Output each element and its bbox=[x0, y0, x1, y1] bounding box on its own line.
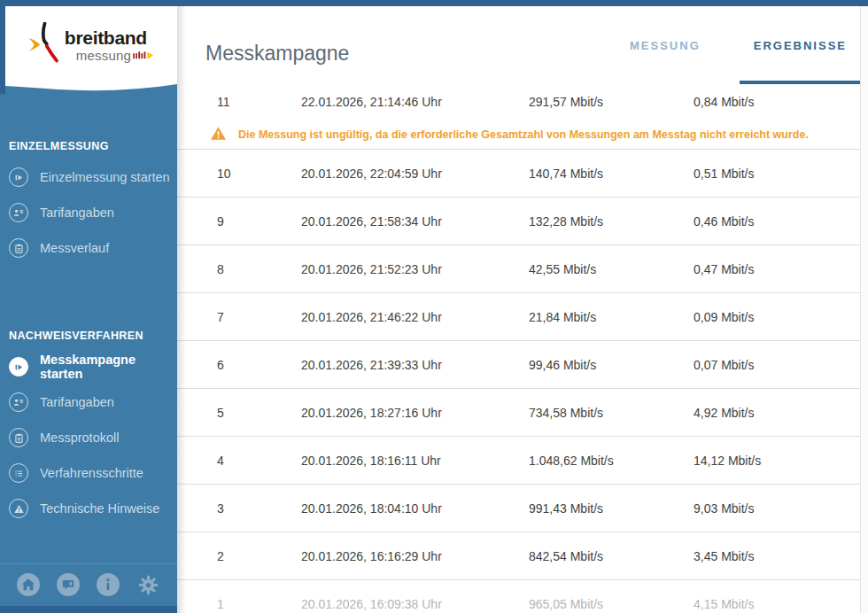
row-datetime: 20.01.2026, 18:16:11 Uhr bbox=[301, 454, 529, 468]
row-upload: 4,92 Mbit/s bbox=[694, 406, 861, 420]
table-row[interactable]: 4 20.01.2026, 18:16:11 Uhr 1.048,62 Mbit… bbox=[177, 436, 861, 484]
table-row[interactable]: 5 20.01.2026, 18:27:16 Uhr 734,58 Mbit/s… bbox=[177, 388, 861, 436]
logo-signal-bars-icon bbox=[133, 49, 158, 63]
warning-triangle-icon bbox=[9, 499, 28, 518]
row-upload: 0,07 Mbit/s bbox=[694, 358, 861, 372]
tab-bar: MESSUNGERGEBNISSE bbox=[616, 6, 861, 84]
sidebar-nav: EINZELMESSUNG Einzelmessung starten Tari… bbox=[0, 94, 177, 526]
table-row[interactable]: 8 20.01.2026, 21:52:23 Uhr 42,55 Mbit/s … bbox=[177, 244, 861, 292]
row-datetime: 20.01.2026, 21:58:34 Uhr bbox=[301, 214, 529, 229]
page-title: Messkampagne bbox=[205, 42, 349, 66]
warning-triangle-icon bbox=[210, 126, 227, 144]
logo-mark-icon bbox=[25, 22, 62, 68]
row-upload: 0,46 Mbit/s bbox=[694, 214, 861, 229]
table-row[interactable]: 7 20.01.2026, 21:46:22 Uhr 21,84 Mbit/s … bbox=[177, 292, 861, 340]
row-download: 21,84 Mbit/s bbox=[529, 310, 694, 324]
row-upload: 14,12 Mbit/s bbox=[694, 454, 861, 468]
row-download: 965,05 Mbit/s bbox=[529, 597, 694, 611]
sidebar-item-technische-hinweise[interactable]: Technische Hinweise bbox=[0, 491, 177, 526]
logo-word-breitband: breitband bbox=[65, 28, 158, 47]
row-download: 991,43 Mbit/s bbox=[529, 501, 694, 516]
row-number: 1 bbox=[217, 597, 301, 611]
sidebar: breitband messung bbox=[0, 0, 177, 613]
warning-text: Die Messung ist ungültig, da die erforde… bbox=[238, 128, 809, 141]
clipboard-icon bbox=[9, 238, 28, 258]
row-download: 99,46 Mbit/s bbox=[529, 358, 694, 372]
sidebar-item-messverlauf[interactable]: Messverlauf bbox=[0, 230, 177, 266]
table-row[interactable]: 2 20.01.2026, 16:16:29 Uhr 842,54 Mbit/s… bbox=[177, 532, 861, 579]
row-datetime: 22.01.2026, 21:14:46 Uhr bbox=[301, 95, 529, 109]
row-number: 9 bbox=[217, 214, 301, 229]
sidebar-item-messprotokoll[interactable]: Messprotokoll bbox=[0, 420, 177, 455]
sidebar-item-verfahrensschritte[interactable]: Verfahrensschritte bbox=[0, 455, 177, 491]
row-upload: 0,51 Mbit/s bbox=[694, 167, 861, 181]
row-datetime: 20.01.2026, 16:16:29 Uhr bbox=[301, 549, 529, 563]
feedback-icon[interactable] bbox=[57, 573, 80, 596]
sidebar-item-tarifangaben[interactable]: Tarifangaben bbox=[0, 384, 177, 420]
row-number: 4 bbox=[217, 454, 301, 468]
scrollbar-track[interactable] bbox=[860, 6, 868, 613]
row-datetime: 20.01.2026, 21:52:23 Uhr bbox=[301, 262, 529, 276]
row-download: 734,58 Mbit/s bbox=[529, 406, 694, 420]
table-row[interactable]: 6 20.01.2026, 21:39:33 Uhr 99,46 Mbit/s … bbox=[177, 340, 861, 388]
row-download: 140,74 Mbit/s bbox=[529, 167, 694, 181]
row-download: 1.048,62 Mbit/s bbox=[529, 454, 694, 468]
table-row[interactable]: 1 20.01.2026, 16:09:38 Uhr 965,05 Mbit/s… bbox=[177, 579, 861, 613]
frame-edge bbox=[0, 0, 5, 94]
row-upload: 3,45 Mbit/s bbox=[694, 549, 861, 563]
app-logo: breitband messung bbox=[5, 6, 177, 79]
page-header: Messkampagne MESSUNGERGEBNISSE bbox=[177, 6, 861, 84]
sidebar-item-label: Messkampagne starten bbox=[40, 353, 177, 381]
row-datetime: 20.01.2026, 18:04:10 Uhr bbox=[301, 501, 529, 516]
info-icon[interactable] bbox=[97, 573, 120, 596]
sidebar-item-label: Einzelmessung starten bbox=[40, 170, 170, 184]
invalid-measurement-warning: Die Messung ist ungültig, da die erforde… bbox=[177, 120, 861, 149]
clipboard-icon bbox=[9, 428, 28, 447]
sidebar-item-label: Tarifangaben bbox=[40, 395, 114, 409]
sidebar-item-tarifangaben[interactable]: Tarifangaben bbox=[0, 195, 177, 230]
row-number: 11 bbox=[217, 95, 301, 109]
play-circle-icon bbox=[9, 357, 28, 376]
row-download: 42,55 Mbit/s bbox=[529, 262, 694, 276]
table-row[interactable]: 3 20.01.2026, 18:04:10 Uhr 991,43 Mbit/s… bbox=[177, 484, 861, 532]
sidebar-item-label: Tarifangaben bbox=[40, 206, 114, 220]
sidebar-section-title: EINZELMESSUNG bbox=[0, 140, 177, 159]
tariff-icon bbox=[9, 392, 28, 412]
tab-ergebnisse[interactable]: ERGEBNISSE bbox=[740, 6, 861, 84]
row-upload: 0,84 Mbit/s bbox=[694, 95, 861, 109]
row-datetime: 20.01.2026, 21:46:22 Uhr bbox=[301, 310, 529, 324]
row-number: 2 bbox=[217, 549, 301, 563]
row-upload: 9,03 Mbit/s bbox=[694, 501, 861, 516]
row-upload: 0,47 Mbit/s bbox=[694, 262, 861, 276]
sidebar-item-label: Technische Hinweise bbox=[40, 501, 159, 516]
sidebar-item-einzelmessung-starten[interactable]: Einzelmessung starten bbox=[0, 159, 177, 195]
home-icon[interactable] bbox=[17, 573, 40, 596]
sidebar-item-messkampagne-starten[interactable]: Messkampagne starten bbox=[0, 349, 177, 384]
sidebar-bottom-bar bbox=[0, 606, 177, 613]
tab-messung[interactable]: MESSUNG bbox=[616, 6, 715, 84]
sidebar-item-label: Messprotokoll bbox=[40, 431, 119, 445]
row-datetime: 20.01.2026, 18:27:16 Uhr bbox=[301, 406, 529, 420]
sidebar-footer-divider bbox=[0, 563, 177, 564]
play-circle-icon bbox=[9, 167, 28, 187]
sidebar-item-label: Verfahrensschritte bbox=[40, 466, 143, 480]
sidebar-item-label: Messverlauf bbox=[40, 241, 109, 255]
tariff-icon bbox=[9, 203, 28, 222]
row-datetime: 20.01.2026, 16:09:38 Uhr bbox=[301, 597, 529, 611]
settings-icon[interactable] bbox=[136, 573, 160, 597]
row-number: 8 bbox=[217, 262, 301, 276]
row-number: 3 bbox=[217, 501, 301, 516]
table-row[interactable]: 9 20.01.2026, 21:58:34 Uhr 132,28 Mbit/s… bbox=[177, 197, 861, 244]
row-number: 6 bbox=[217, 358, 301, 372]
row-number: 7 bbox=[217, 310, 301, 324]
row-download: 842,54 Mbit/s bbox=[529, 549, 694, 563]
row-download: 291,57 Mbit/s bbox=[529, 95, 694, 109]
row-download: 132,28 Mbit/s bbox=[529, 214, 694, 229]
row-upload: 0,09 Mbit/s bbox=[694, 310, 861, 324]
table-row[interactable]: 11 22.01.2026, 21:14:46 Uhr 291,57 Mbit/… bbox=[177, 84, 861, 120]
row-datetime: 20.01.2026, 21:39:33 Uhr bbox=[301, 358, 529, 372]
row-datetime: 20.01.2026, 22:04:59 Uhr bbox=[301, 167, 529, 181]
results-table: 11 22.01.2026, 21:14:46 Uhr 291,57 Mbit/… bbox=[177, 84, 861, 613]
sidebar-section-title: NACHWEISVERFAHREN bbox=[0, 330, 177, 349]
table-row[interactable]: 10 20.01.2026, 22:04:59 Uhr 140,74 Mbit/… bbox=[177, 149, 861, 197]
